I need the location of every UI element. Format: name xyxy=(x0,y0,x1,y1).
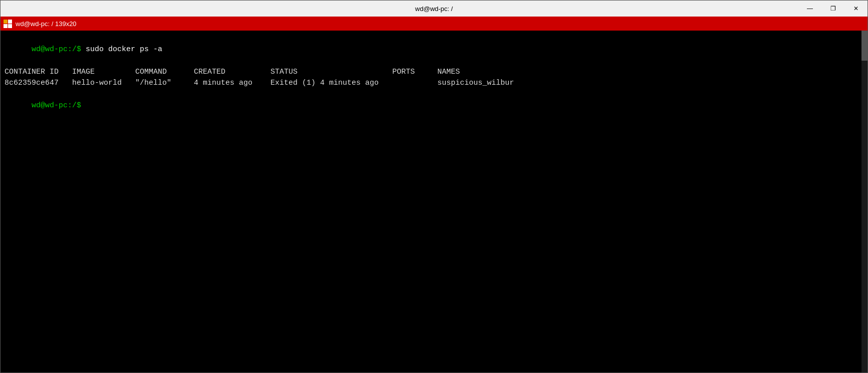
prompt-line-2: wd@wd-pc:/$ xyxy=(5,89,863,123)
command-line: wd@wd-pc:/$ sudo docker ps -a xyxy=(5,33,863,67)
table-headers: CONTAINER ID IMAGE COMMAND CREATED STATU… xyxy=(5,67,863,78)
tab-icon xyxy=(3,19,13,29)
terminal-window: wd@wd-pc: / — ❐ ✕ wd@wd-pc: / 139x20 wd@… xyxy=(0,0,868,373)
command-text: sudo docker ps -a xyxy=(86,45,162,54)
close-button[interactable]: ✕ xyxy=(844,1,867,17)
prompt-1: wd@wd-pc:/$ xyxy=(32,45,86,54)
window-title: wd@wd-pc: / xyxy=(415,5,453,13)
header-container-id: CONTAINER ID IMAGE COMMAND CREATED STATU… xyxy=(5,68,460,76)
restore-button[interactable]: ❐ xyxy=(821,1,844,17)
scrollbar-thumb[interactable] xyxy=(861,31,867,61)
tab-label: wd@wd-pc: / 139x20 xyxy=(16,20,77,28)
minimize-button[interactable]: — xyxy=(798,1,821,17)
prompt-2: wd@wd-pc:/$ xyxy=(32,101,86,110)
title-bar: wd@wd-pc: / — ❐ ✕ xyxy=(1,1,867,17)
window-controls: — ❐ ✕ xyxy=(798,1,867,17)
tab-bar: wd@wd-pc: / 139x20 xyxy=(1,17,867,31)
table-row: 8c62359ce647 hello-world "/hello" 4 minu… xyxy=(5,78,863,89)
terminal-body[interactable]: wd@wd-pc:/$ sudo docker ps -a CONTAINER … xyxy=(1,31,867,372)
row-data: 8c62359ce647 hello-world "/hello" 4 minu… xyxy=(5,79,514,87)
scrollbar[interactable] xyxy=(861,31,867,372)
